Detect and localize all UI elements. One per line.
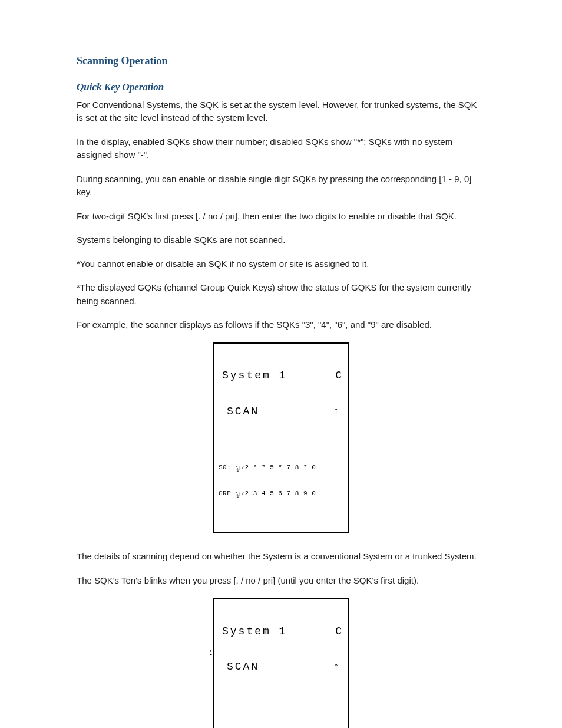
- up-arrow-icon: ↑: [333, 404, 343, 419]
- body-text: For Conventional Systems, the SQK is set…: [77, 98, 485, 125]
- lcd-system-label: System 1: [222, 624, 287, 638]
- body-text: For example, the scanner displays as fol…: [77, 318, 485, 332]
- body-text: For two-digit SQK's first press [. / no …: [77, 210, 485, 223]
- body-text: *You cannot enable or disable an SQK if …: [77, 258, 485, 271]
- antenna-icon: 1: [236, 493, 240, 498]
- body-text: The SQK's Ten's blinks when you press [.…: [77, 574, 485, 588]
- lcd-display-2: System 1 C SCAN ↑ ▸▸ S0:1 2 * * 5 * 7 8 …: [213, 598, 349, 728]
- lcd-scan-label: SCAN: [227, 660, 259, 674]
- body-text: The details of scanning depend on whethe…: [77, 550, 485, 564]
- body-text: Systems belonging to disable SQKs are no…: [77, 233, 485, 247]
- lcd-scan-label: SCAN: [227, 404, 259, 419]
- heading-quick-key-operation: Quick Key Operation: [77, 80, 485, 95]
- lcd-mode-indicator: C: [335, 368, 343, 383]
- cursor-marks-icon: ▸▸: [209, 650, 213, 657]
- lcd-mode-indicator: C: [335, 624, 343, 638]
- body-text: In the display, enabled SQKs show their …: [77, 136, 485, 162]
- heading-scanning-operation: Scanning Operation: [77, 53, 485, 69]
- antenna-icon: 1: [236, 467, 240, 472]
- lcd-display-1: System 1 C SCAN ↑ S0: 1 1 2 * * 5 * 7 8 …: [213, 342, 349, 534]
- lcd-grp-row: GRP 1 2 3 4 5 6 7 8 9 01 2 3 4 5 6 7 8 9…: [219, 489, 343, 498]
- body-text: During scanning, you can enable or disab…: [77, 173, 485, 199]
- lcd-system-label: System 1: [222, 368, 287, 383]
- body-text: *The displayed GQKs (channel Group Quick…: [77, 281, 485, 308]
- lcd-sqk-row: S0: 1 1 2 * * 5 * 7 8 * 02 * * 5 * 7 8 *…: [219, 463, 343, 472]
- up-arrow-icon: ↑: [333, 660, 343, 674]
